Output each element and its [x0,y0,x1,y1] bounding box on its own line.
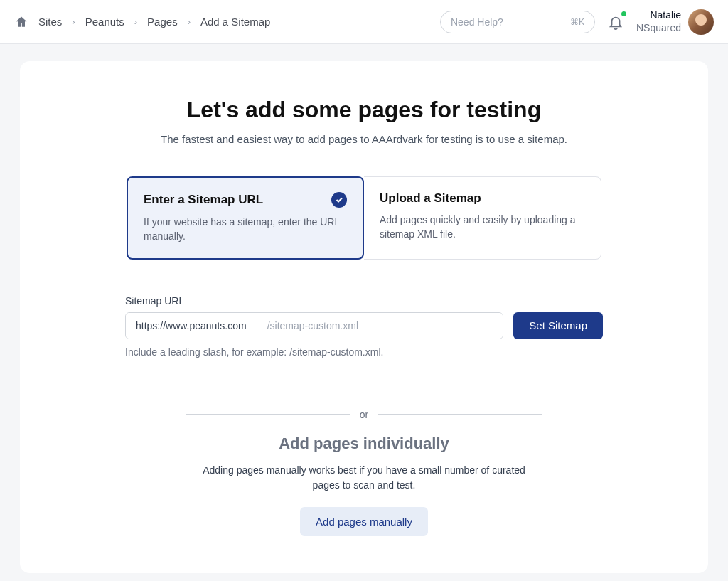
user-name: Natalie [636,9,681,22]
breadcrumbs: Sites › Peanuts › Pages › Add a Sitemap [14,15,430,29]
option-title: Upload a Sitemap [380,191,481,206]
page-title: Let's add some pages for testing [63,97,665,123]
option-header: Enter a Sitemap URL [144,192,347,208]
breadcrumb-pages[interactable]: Pages [147,16,178,28]
divider-line [186,414,350,415]
user-org: NSquared [636,22,681,35]
user-menu[interactable]: Natalie NSquared [636,9,714,35]
breadcrumb-sites[interactable]: Sites [38,16,62,28]
divider-line [378,414,542,415]
sitemap-hint: Include a leading slash, for example: /s… [125,346,603,358]
sitemap-options: Enter a Sitemap URL If your website has … [63,176,665,260]
option-description: Add pages quickly and easily by uploadin… [380,213,585,242]
notifications-button[interactable] [605,11,626,33]
help-search-shortcut: ⌘K [570,17,584,27]
form-row: https://www.peanuts.com Set Sitemap [125,312,603,339]
user-text: Natalie NSquared [636,9,681,34]
sitemap-form: Sitemap URL https://www.peanuts.com Set … [125,295,603,358]
breadcrumb-peanuts[interactable]: Peanuts [85,16,124,28]
option-title: Enter a Sitemap URL [144,193,263,207]
help-search-placeholder: Need Help? [451,16,570,28]
url-input-group: https://www.peanuts.com [125,312,503,339]
or-divider: or [186,409,542,420]
add-pages-manually-button[interactable]: Add pages manually [300,507,428,536]
sitemap-url-label: Sitemap URL [125,295,603,307]
alt-description: Adding pages manually works best if you … [200,463,528,493]
breadcrumb-current: Add a Sitemap [200,16,270,28]
divider-text: or [360,409,368,420]
option-header: Upload a Sitemap [380,191,585,206]
alt-title: Add pages individually [63,435,665,453]
chevron-right-icon: › [134,16,137,27]
option-enter-url[interactable]: Enter a Sitemap URL If your website has … [127,176,364,260]
option-description: If your website has a sitemap, enter the… [144,215,347,244]
check-icon [331,192,347,208]
topbar: Sites › Peanuts › Pages › Add a Sitemap … [0,0,728,44]
home-icon[interactable] [14,15,28,29]
chevron-right-icon: › [188,16,191,27]
page: Let's add some pages for testing The fas… [0,44,728,581]
main-card: Let's add some pages for testing The fas… [20,61,708,573]
chevron-right-icon: › [72,16,75,27]
help-search[interactable]: Need Help? ⌘K [440,11,595,33]
url-prefix: https://www.peanuts.com [126,313,257,339]
option-upload[interactable]: Upload a Sitemap Add pages quickly and e… [364,176,601,260]
avatar [688,9,714,35]
bell-icon [608,14,623,30]
page-subtitle: The fastest and easiest way to add pages… [63,133,665,145]
notification-dot [621,11,626,16]
sitemap-path-input[interactable] [257,313,503,339]
set-sitemap-button[interactable]: Set Sitemap [513,312,603,339]
